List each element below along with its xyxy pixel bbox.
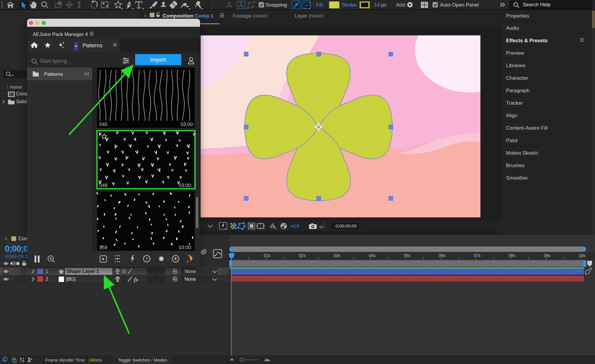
svg-text:None: None xyxy=(185,269,196,274)
svg-text:059: 059 xyxy=(99,245,107,250)
svg-text:02s: 02s xyxy=(299,253,306,258)
svg-text:08s: 08s xyxy=(509,253,516,258)
svg-text:1: 1 xyxy=(46,269,48,274)
svg-text:049: 049 xyxy=(99,183,107,188)
svg-text:07s: 07s xyxy=(474,253,481,258)
svg-text:01s: 01s xyxy=(264,253,271,258)
svg-text:06s: 06s xyxy=(439,253,446,258)
svg-text:03:00:: 03:00: xyxy=(181,122,194,127)
svg-text:04s: 04s xyxy=(369,253,376,258)
svg-text:03s: 03s xyxy=(334,253,341,258)
svg-text:03:00:: 03:00: xyxy=(179,183,192,188)
svg-text:10s: 10s xyxy=(579,253,585,258)
svg-text:09s: 09s xyxy=(544,253,551,258)
svg-text:?: ? xyxy=(146,256,148,261)
svg-text:None: None xyxy=(185,277,196,282)
svg-text:fx: fx xyxy=(134,277,138,283)
svg-text:05s: 05s xyxy=(404,253,410,258)
svg-text:2: 2 xyxy=(46,277,48,282)
svg-text:040: 040 xyxy=(99,122,107,127)
svg-text:[BG]: [BG] xyxy=(66,277,76,282)
svg-text:Shape Layer 1: Shape Layer 1 xyxy=(67,269,99,274)
svg-text:03:00:: 03:00: xyxy=(179,245,192,250)
